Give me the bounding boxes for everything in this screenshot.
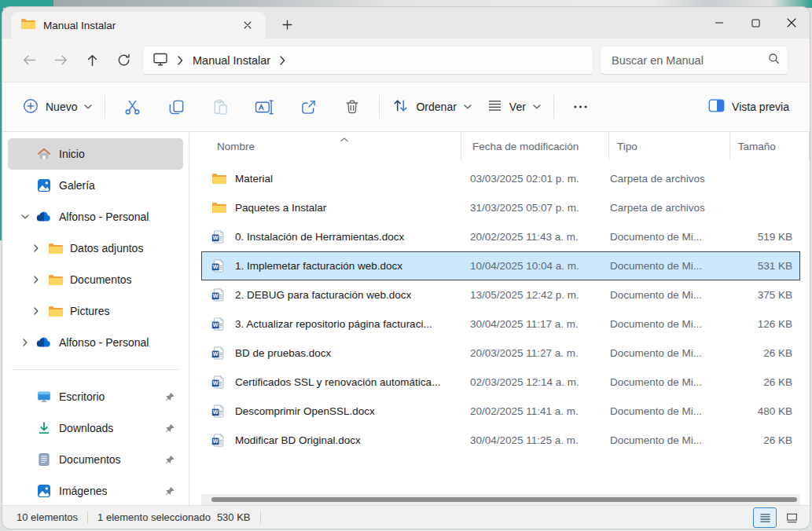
cloud-icon: [35, 337, 53, 348]
column-header-fecha[interactable]: Fecha de modificación: [461, 132, 608, 160]
new-button-label: Nuevo: [46, 101, 77, 113]
sidebar-item[interactable]: Galería: [8, 170, 183, 201]
chevron-right-icon[interactable]: [178, 56, 183, 65]
command-toolbar: Nuevo Ordenar Ver Vista previa: [2, 82, 810, 132]
this-pc-icon[interactable]: [152, 52, 168, 69]
file-date: 30/04/2025 11:25 a. m.: [470, 434, 610, 446]
file-name: 3. Actualizar repositorio página factura…: [235, 318, 470, 330]
preview-button[interactable]: Vista previa: [700, 91, 797, 123]
delete-button[interactable]: [330, 91, 374, 123]
expand-chevron-icon[interactable]: [26, 244, 46, 252]
up-button[interactable]: [76, 46, 108, 75]
expand-chevron-icon[interactable]: [15, 214, 35, 219]
sidebar-item[interactable]: Documentos: [8, 264, 183, 295]
word-icon: W: [201, 230, 235, 244]
pin-icon: [165, 486, 175, 496]
expand-chevron-icon[interactable]: [26, 276, 46, 284]
file-row[interactable]: Paquetes a Instalar 31/03/2025 05:07 p. …: [201, 193, 800, 222]
toolbar-separator: [379, 95, 380, 119]
sidebar-item-pinned[interactable]: Escritorio: [8, 381, 183, 412]
close-window-button[interactable]: [773, 7, 810, 38]
file-row[interactable]: W Descomprimir OpenSSL.docx 20/02/2025 1…: [201, 397, 800, 426]
svg-text:W: W: [213, 293, 219, 299]
maximize-button[interactable]: [737, 7, 773, 38]
cloud-icon: [35, 211, 53, 222]
svg-text:W: W: [213, 264, 219, 270]
minimize-button[interactable]: [701, 7, 737, 38]
details-view-button[interactable]: [753, 507, 777, 528]
file-name: Modificar BD Original.docx: [235, 434, 470, 446]
file-type: Documento de Mi...: [610, 376, 729, 388]
cut-button[interactable]: [110, 91, 154, 123]
file-row[interactable]: W 3. Actualizar repositorio página factu…: [201, 309, 800, 339]
expand-chevron-icon[interactable]: [15, 339, 35, 346]
file-row[interactable]: W BD de pruebas.docx 20/03/2025 11:27 a.…: [201, 339, 800, 368]
file-row[interactable]: W Modificar BD Original.docx 30/04/2025 …: [201, 426, 800, 455]
file-date: 31/03/2025 05:07 p. m.: [470, 202, 610, 214]
sidebar-item[interactable]: Alfonso - Personal: [8, 201, 183, 233]
copy-button[interactable]: [154, 91, 198, 123]
new-button[interactable]: Nuevo: [15, 91, 100, 123]
column-header-tipo[interactable]: Tipo: [608, 132, 729, 160]
back-button[interactable]: [13, 46, 45, 75]
sidebar-item-pinned[interactable]: Documentos: [8, 444, 183, 475]
file-list-panel: Nombre Fecha de modificación Tipo Tamaño…: [189, 132, 810, 505]
view-button[interactable]: Ver: [479, 91, 549, 123]
file-date: 20/02/2025 11:43 a. m.: [470, 231, 610, 243]
file-row[interactable]: W Certificados SSL y renovación automáti…: [201, 368, 800, 397]
scrollbar-thumb[interactable]: [211, 497, 797, 502]
column-header-nombre[interactable]: Nombre: [201, 132, 461, 160]
breadcrumb-folder[interactable]: Manual Instalar: [193, 54, 270, 67]
close-tab-icon[interactable]: [239, 16, 256, 34]
file-name: Descomprimir OpenSSL.docx: [235, 405, 470, 417]
expand-chevron-icon[interactable]: [26, 307, 46, 315]
sidebar-item[interactable]: Datos adjuntos: [8, 233, 183, 264]
sidebar-item[interactable]: Alfonso - Personal: [8, 327, 183, 358]
chevron-down-icon: [84, 104, 92, 109]
chevron-right-icon[interactable]: [280, 56, 285, 65]
selection-count: 1 elemento seleccionado: [97, 511, 211, 523]
forward-button[interactable]: [45, 46, 76, 75]
file-date: 20/02/2025 11:41 a. m.: [470, 405, 610, 417]
file-row[interactable]: Material 03/03/2025 02:01 p. m. Carpeta …: [201, 164, 800, 193]
file-size: 26 KB: [729, 434, 800, 446]
horizontal-scrollbar[interactable]: [201, 494, 800, 505]
search-box[interactable]: Buscar en Manual: [600, 46, 788, 75]
file-row[interactable]: W 0. Instalación de Herramientas.docx 20…: [201, 222, 800, 251]
file-type: Documento de Mi...: [610, 231, 729, 243]
file-type: Documento de Mi...: [610, 434, 729, 446]
refresh-button[interactable]: [108, 46, 139, 75]
file-size: 531 KB: [729, 260, 800, 272]
file-row[interactable]: W 1. Implemetar facturación web.docx 10/…: [201, 251, 800, 280]
sidebar-item-pinned[interactable]: Downloads: [8, 412, 183, 444]
share-button[interactable]: [286, 91, 330, 123]
svg-text:W: W: [213, 409, 219, 416]
column-header-tamano[interactable]: Tamaño: [729, 132, 810, 160]
file-size: 375 KB: [729, 289, 800, 301]
file-date: 03/03/2025 02:01 p. m.: [470, 173, 610, 185]
sort-button[interactable]: Ordenar: [384, 91, 479, 123]
sidebar-item[interactable]: Pictures: [8, 295, 183, 327]
toolbar-separator: [105, 95, 105, 119]
sidebar-item-pinned[interactable]: Imágenes: [8, 475, 183, 507]
icons-view-button[interactable]: [780, 507, 803, 528]
file-row[interactable]: W 2. DEBUG para facturación web.docx 13/…: [201, 280, 800, 309]
search-icon[interactable]: [768, 53, 780, 68]
svg-text:W: W: [213, 322, 219, 328]
sidebar-item[interactable]: Inicio: [8, 138, 183, 170]
explorer-tab[interactable]: Manual Instalar: [11, 12, 266, 38]
more-options-button[interactable]: [559, 91, 603, 123]
sidebar-item-label: Documentos: [70, 273, 132, 286]
sidebar-item-label: Pictures: [70, 305, 110, 317]
file-size: 126 KB: [729, 318, 800, 330]
rename-button[interactable]: [242, 91, 286, 123]
gallery-icon: [35, 178, 53, 192]
file-name: 0. Instalación de Herramientas.docx: [235, 231, 470, 243]
new-tab-button[interactable]: [275, 13, 299, 36]
sidebar-item-label: Datos adjuntos: [70, 242, 143, 255]
paste-button[interactable]: [198, 91, 242, 123]
window-controls: [701, 7, 810, 38]
main-area: Inicio Galería Alfonso - Personal Datos …: [2, 132, 810, 505]
address-breadcrumb[interactable]: Manual Instalar: [142, 46, 593, 75]
file-type: Carpeta de archivos: [610, 173, 729, 185]
